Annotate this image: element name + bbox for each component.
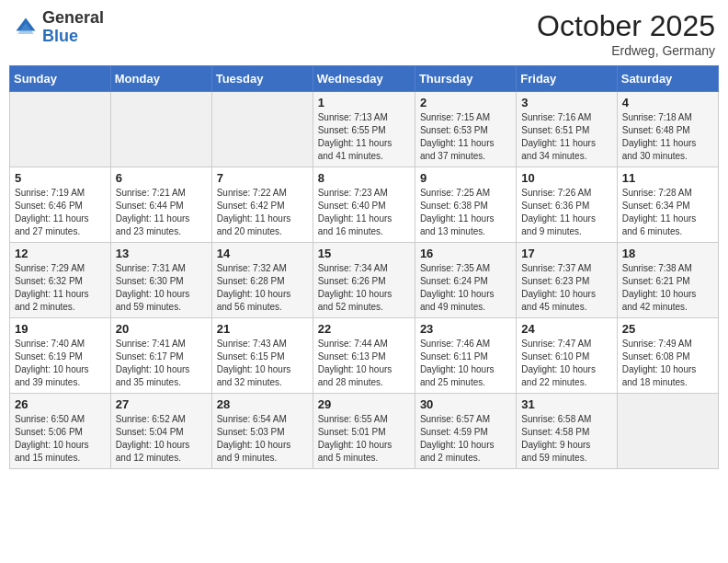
day-info: Sunrise: 6:57 AM Sunset: 4:59 PM Dayligh… <box>420 413 511 465</box>
logo-icon <box>13 15 39 40</box>
calendar-cell: 18Sunrise: 7:38 AM Sunset: 6:21 PM Dayli… <box>617 243 718 318</box>
day-info: Sunrise: 7:21 AM Sunset: 6:44 PM Dayligh… <box>116 187 207 238</box>
day-number: 10 <box>521 171 611 185</box>
page-header: General Blue October 2025 Erdweg, German… <box>9 9 719 58</box>
day-info: Sunrise: 7:18 AM Sunset: 6:48 PM Dayligh… <box>622 111 713 163</box>
day-number: 7 <box>217 171 308 185</box>
calendar-cell: 24Sunrise: 7:47 AM Sunset: 6:10 PM Dayli… <box>517 318 617 394</box>
calendar-cell: 20Sunrise: 7:41 AM Sunset: 6:17 PM Dayli… <box>110 318 211 394</box>
day-number: 18 <box>622 247 713 260</box>
week-row-3: 12Sunrise: 7:29 AM Sunset: 6:32 PM Dayli… <box>10 243 719 318</box>
day-info: Sunrise: 7:23 AM Sunset: 6:40 PM Dayligh… <box>318 187 410 238</box>
day-info: Sunrise: 7:19 AM Sunset: 6:46 PM Dayligh… <box>15 187 106 238</box>
column-header-sunday: Sunday <box>10 66 111 92</box>
day-info: Sunrise: 6:50 AM Sunset: 5:06 PM Dayligh… <box>15 413 106 465</box>
day-number: 13 <box>116 247 207 260</box>
day-number: 20 <box>116 322 207 336</box>
day-number: 14 <box>217 247 308 260</box>
column-header-friday: Friday <box>517 66 617 92</box>
calendar-cell: 5Sunrise: 7:19 AM Sunset: 6:46 PM Daylig… <box>10 167 111 243</box>
column-header-monday: Monday <box>110 66 211 92</box>
day-number: 17 <box>521 247 611 260</box>
week-row-2: 5Sunrise: 7:19 AM Sunset: 6:46 PM Daylig… <box>10 167 719 243</box>
day-number: 2 <box>420 96 511 109</box>
calendar-cell: 19Sunrise: 7:40 AM Sunset: 6:19 PM Dayli… <box>10 318 111 394</box>
calendar-cell: 21Sunrise: 7:43 AM Sunset: 6:15 PM Dayli… <box>211 318 313 394</box>
month-title: October 2025 <box>537 9 715 43</box>
day-number: 27 <box>116 397 207 411</box>
day-info: Sunrise: 7:28 AM Sunset: 6:34 PM Dayligh… <box>622 187 713 238</box>
day-info: Sunrise: 7:16 AM Sunset: 6:51 PM Dayligh… <box>521 111 611 163</box>
day-number: 24 <box>521 322 611 336</box>
calendar-cell <box>617 394 718 469</box>
day-info: Sunrise: 7:32 AM Sunset: 6:28 PM Dayligh… <box>217 262 308 314</box>
day-number: 31 <box>521 397 611 411</box>
calendar-cell: 31Sunrise: 6:58 AM Sunset: 4:58 PM Dayli… <box>517 394 617 469</box>
column-header-saturday: Saturday <box>617 66 718 92</box>
calendar-cell: 25Sunrise: 7:49 AM Sunset: 6:08 PM Dayli… <box>617 318 718 394</box>
calendar-table: SundayMondayTuesdayWednesdayThursdayFrid… <box>9 65 719 469</box>
calendar-cell: 2Sunrise: 7:15 AM Sunset: 6:53 PM Daylig… <box>415 92 516 167</box>
day-number: 9 <box>420 171 511 185</box>
day-info: Sunrise: 7:38 AM Sunset: 6:21 PM Dayligh… <box>622 262 713 314</box>
week-row-1: 1Sunrise: 7:13 AM Sunset: 6:55 PM Daylig… <box>10 92 719 167</box>
day-info: Sunrise: 6:55 AM Sunset: 5:01 PM Dayligh… <box>318 413 410 465</box>
day-info: Sunrise: 7:22 AM Sunset: 6:42 PM Dayligh… <box>217 187 308 238</box>
day-number: 8 <box>318 171 410 185</box>
day-info: Sunrise: 7:25 AM Sunset: 6:38 PM Dayligh… <box>420 187 511 238</box>
calendar-cell: 10Sunrise: 7:26 AM Sunset: 6:36 PM Dayli… <box>517 167 617 243</box>
week-row-5: 26Sunrise: 6:50 AM Sunset: 5:06 PM Dayli… <box>10 394 719 469</box>
calendar-header-row: SundayMondayTuesdayWednesdayThursdayFrid… <box>10 66 719 92</box>
day-number: 16 <box>420 247 511 260</box>
day-info: Sunrise: 7:35 AM Sunset: 6:24 PM Dayligh… <box>420 262 511 314</box>
day-info: Sunrise: 6:58 AM Sunset: 4:58 PM Dayligh… <box>521 413 611 465</box>
column-header-thursday: Thursday <box>415 66 516 92</box>
calendar-cell: 16Sunrise: 7:35 AM Sunset: 6:24 PM Dayli… <box>415 243 516 318</box>
calendar-cell: 17Sunrise: 7:37 AM Sunset: 6:23 PM Dayli… <box>517 243 617 318</box>
day-info: Sunrise: 7:31 AM Sunset: 6:30 PM Dayligh… <box>116 262 207 314</box>
day-number: 12 <box>15 247 106 260</box>
calendar-cell: 6Sunrise: 7:21 AM Sunset: 6:44 PM Daylig… <box>110 167 211 243</box>
calendar-cell: 15Sunrise: 7:34 AM Sunset: 6:26 PM Dayli… <box>313 243 415 318</box>
calendar-cell <box>110 92 211 167</box>
calendar-cell <box>10 92 111 167</box>
calendar-cell: 1Sunrise: 7:13 AM Sunset: 6:55 PM Daylig… <box>313 92 415 167</box>
day-number: 4 <box>622 96 713 109</box>
day-number: 19 <box>15 322 106 336</box>
calendar-cell: 22Sunrise: 7:44 AM Sunset: 6:13 PM Dayli… <box>313 318 415 394</box>
day-number: 25 <box>622 322 713 336</box>
calendar-cell: 4Sunrise: 7:18 AM Sunset: 6:48 PM Daylig… <box>617 92 718 167</box>
location: Erdweg, Germany <box>537 43 715 58</box>
calendar-cell: 3Sunrise: 7:16 AM Sunset: 6:51 PM Daylig… <box>517 92 617 167</box>
calendar-cell: 12Sunrise: 7:29 AM Sunset: 6:32 PM Dayli… <box>10 243 111 318</box>
day-number: 6 <box>116 171 207 185</box>
day-number: 23 <box>420 322 511 336</box>
calendar-cell: 27Sunrise: 6:52 AM Sunset: 5:04 PM Dayli… <box>110 394 211 469</box>
day-info: Sunrise: 7:34 AM Sunset: 6:26 PM Dayligh… <box>318 262 410 314</box>
week-row-4: 19Sunrise: 7:40 AM Sunset: 6:19 PM Dayli… <box>10 318 719 394</box>
logo-blue-text: Blue <box>42 27 78 45</box>
day-info: Sunrise: 7:29 AM Sunset: 6:32 PM Dayligh… <box>15 262 106 314</box>
day-info: Sunrise: 7:44 AM Sunset: 6:13 PM Dayligh… <box>318 338 410 389</box>
calendar-cell: 30Sunrise: 6:57 AM Sunset: 4:59 PM Dayli… <box>415 394 516 469</box>
day-info: Sunrise: 7:40 AM Sunset: 6:19 PM Dayligh… <box>15 338 106 389</box>
day-number: 29 <box>318 397 410 411</box>
day-info: Sunrise: 7:37 AM Sunset: 6:23 PM Dayligh… <box>521 262 611 314</box>
day-number: 3 <box>521 96 611 109</box>
day-number: 28 <box>217 397 308 411</box>
calendar-cell: 29Sunrise: 6:55 AM Sunset: 5:01 PM Dayli… <box>313 394 415 469</box>
day-number: 26 <box>15 397 106 411</box>
logo-text: General Blue <box>42 9 104 46</box>
calendar-cell: 23Sunrise: 7:46 AM Sunset: 6:11 PM Dayli… <box>415 318 516 394</box>
calendar-cell: 13Sunrise: 7:31 AM Sunset: 6:30 PM Dayli… <box>110 243 211 318</box>
day-info: Sunrise: 7:46 AM Sunset: 6:11 PM Dayligh… <box>420 338 511 389</box>
calendar-cell: 14Sunrise: 7:32 AM Sunset: 6:28 PM Dayli… <box>211 243 313 318</box>
calendar-cell: 11Sunrise: 7:28 AM Sunset: 6:34 PM Dayli… <box>617 167 718 243</box>
calendar-cell <box>211 92 313 167</box>
day-info: Sunrise: 7:15 AM Sunset: 6:53 PM Dayligh… <box>420 111 511 163</box>
day-info: Sunrise: 7:49 AM Sunset: 6:08 PM Dayligh… <box>622 338 713 389</box>
day-info: Sunrise: 7:26 AM Sunset: 6:36 PM Dayligh… <box>521 187 611 238</box>
day-info: Sunrise: 6:52 AM Sunset: 5:04 PM Dayligh… <box>116 413 207 465</box>
day-number: 21 <box>217 322 308 336</box>
logo-general-text: General <box>42 8 104 27</box>
